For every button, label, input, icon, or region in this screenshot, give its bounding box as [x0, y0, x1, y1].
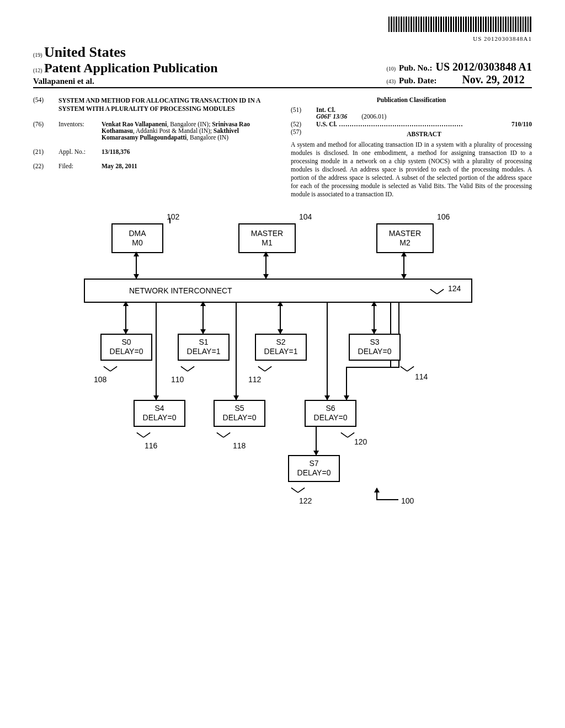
block-label: S2	[276, 338, 285, 347]
block-label: S5	[234, 404, 244, 413]
block-s2: S2 DELAY=1	[255, 334, 307, 361]
block-delay: DELAY=0	[143, 413, 177, 422]
ref-114: 114	[415, 372, 428, 381]
filed-label: Filed:	[58, 163, 92, 169]
intcl-label: Int. Cl.	[316, 106, 335, 113]
block-label: MASTER M2	[389, 229, 421, 248]
header-right: (10) Pub. No.: US 2012/0303848 A1 (43) P…	[386, 61, 532, 86]
block-delay: DELAY=1	[187, 347, 221, 356]
uscl-value: 710/110	[511, 121, 532, 127]
block-delay: DELAY=1	[264, 347, 298, 356]
leader-tick-icon	[216, 427, 231, 438]
barcode-number: US 20120303848A1	[33, 35, 532, 42]
interconnect-label: NETWORK INTERCONNECT	[129, 286, 232, 295]
block-delay: DELAY=0	[314, 413, 348, 422]
field-22: (22)	[33, 163, 49, 169]
block-master-m1: MASTER M1	[238, 223, 296, 253]
field-43: (43)	[386, 78, 396, 84]
ref-108: 108	[94, 375, 106, 384]
header-left: (19) United States (12) Patent Applicati…	[33, 44, 386, 86]
abstract-text: A system and method for allocating trans…	[291, 141, 532, 199]
authors-line: Vallapaneni et al.	[33, 77, 386, 86]
block-delay: DELAY=0	[110, 347, 143, 356]
arrow-icon	[374, 302, 375, 334]
leader-tick-icon	[103, 361, 118, 372]
uscl-label: U.S. Cl.	[316, 121, 463, 127]
leader-tick-icon	[340, 427, 355, 438]
field-19: (19)	[33, 52, 42, 58]
block-dma-m0: DMA M0	[111, 223, 163, 253]
block-label: DMA M0	[129, 229, 146, 248]
appl-no-label: Appl. No.:	[58, 148, 92, 155]
field-57: (57)	[291, 129, 306, 140]
leader-tick-icon	[136, 427, 151, 438]
pub-date: Nov. 29, 2012	[462, 73, 524, 86]
arrow-icon	[280, 302, 281, 334]
leader-tick-icon	[291, 483, 306, 493]
pub-no: US 2012/0303848 A1	[436, 61, 532, 73]
left-column: (54) SYSTEM AND METHOD FOR ALLOCATING TR…	[33, 97, 274, 199]
block-s7: S7 DELAY=0	[288, 455, 340, 482]
ref-118: 118	[233, 441, 246, 450]
arrow-icon	[156, 302, 157, 400]
header: (19) United States (12) Patent Applicati…	[33, 44, 532, 88]
ref-104: 104	[299, 212, 312, 221]
leader-tick-icon	[180, 361, 195, 372]
ref-122: 122	[299, 496, 312, 505]
arrow-icon	[125, 302, 126, 334]
arrow-icon	[202, 302, 204, 334]
block-label: MASTER M1	[251, 229, 283, 248]
network-interconnect: NETWORK INTERCONNECT	[84, 279, 472, 303]
appl-no: 13/118,376	[102, 148, 274, 155]
barcode-icon	[388, 17, 532, 32]
block-label: S4	[154, 404, 164, 413]
inventors: Venkat Rao Vallapaneni, Bangalore (IN); …	[102, 121, 274, 141]
connector-line	[376, 499, 398, 500]
pub-date-label: Pub. Date:	[399, 76, 436, 85]
barcode-region: US 20120303848A1	[33, 17, 532, 42]
ref-110: 110	[171, 375, 184, 384]
leader-tick-icon	[258, 361, 273, 372]
block-s1: S1 DELAY=1	[178, 334, 230, 361]
country: United States	[44, 44, 126, 60]
field-52: (52)	[291, 121, 306, 127]
intcl-version: (2006.01)	[361, 113, 386, 120]
arrow-icon	[316, 426, 317, 455]
block-label: S1	[199, 338, 208, 347]
leader-tick-icon	[400, 361, 415, 372]
field-12: (12)	[33, 67, 42, 73]
ref-102: 102	[167, 212, 179, 221]
biblio-columns: (54) SYSTEM AND METHOD FOR ALLOCATING TR…	[33, 97, 532, 199]
arrow-icon	[346, 367, 347, 400]
block-s0: S0 DELAY=0	[100, 334, 152, 361]
field-54: (54)	[33, 97, 49, 113]
filed-date: May 28, 2011	[102, 163, 274, 169]
pub-no-label: Pub. No.:	[399, 63, 432, 73]
intcl-code: G06F 13/36	[316, 113, 347, 120]
field-21: (21)	[33, 148, 49, 155]
classification-heading: Publication Classification	[291, 97, 532, 103]
block-master-m2: MASTER M2	[376, 223, 434, 253]
arrow-icon	[403, 252, 404, 279]
arrow-icon	[265, 252, 266, 279]
block-label: S7	[309, 459, 318, 468]
ref-100: 100	[401, 496, 414, 505]
figure-1: DMA M0 102 MASTER M1 104 MASTER M2 106 N…	[84, 212, 481, 609]
pub-type: Patent Application Publication	[44, 61, 218, 75]
ref-112: 112	[248, 375, 261, 384]
block-s6: S6 DELAY=0	[305, 400, 356, 427]
arrow-icon	[136, 252, 137, 279]
arrow-icon	[236, 302, 237, 400]
block-delay: DELAY=0	[223, 413, 257, 422]
arrow-icon	[327, 302, 328, 400]
block-label: S0	[121, 338, 131, 347]
block-s3: S3 DELAY=0	[349, 334, 401, 361]
ref-124: 124	[448, 284, 461, 293]
leader-line	[169, 218, 170, 223]
ref-120: 120	[354, 437, 367, 446]
field-10: (10)	[386, 66, 396, 72]
field-51: (51)	[291, 106, 306, 120]
block-delay: DELAY=0	[358, 347, 392, 356]
ref-106: 106	[437, 212, 450, 221]
inventors-label: Inventors:	[58, 121, 92, 141]
